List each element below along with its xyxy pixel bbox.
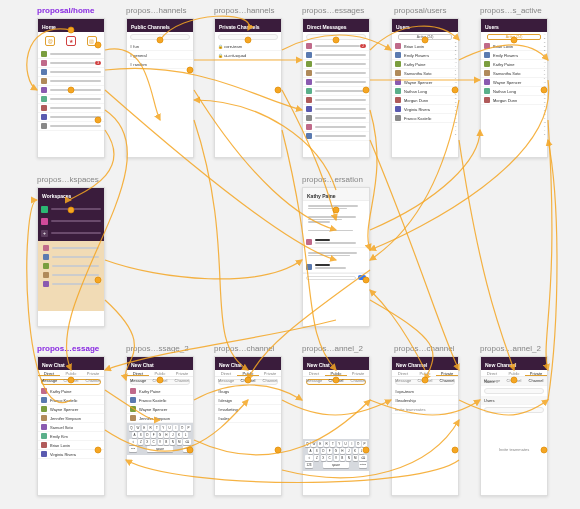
home-item[interactable] (38, 86, 104, 95)
tab-private[interactable]: Private Channel (171, 370, 193, 376)
artboard-conversation[interactable]: Kathy Paine (302, 187, 370, 327)
contact-row[interactable]: Jennifer Simpson (38, 414, 104, 423)
artboard-users-active[interactable]: Users Active (24) Brian Lovin Emily Flow… (480, 18, 548, 158)
alpha-index[interactable]: ABCDEFGHIJKLMNOPQRSTUVWXYZ (544, 33, 546, 137)
user-row[interactable]: Nathan Long (392, 87, 458, 96)
home-item[interactable] (38, 68, 104, 77)
label-newchan2b[interactable]: propos…annel_2 (480, 344, 541, 353)
channel-row[interactable]: #marketing (215, 405, 281, 414)
label-newmsg2[interactable]: propos…ssage_2 (126, 344, 189, 353)
label-privchan[interactable]: propos…hannels (214, 6, 274, 15)
channel-row[interactable]: #bugs (215, 387, 281, 396)
channel-row[interactable]: 🔒 ui-crit-squad (215, 51, 281, 60)
user-row[interactable]: Samantha Soto (481, 69, 547, 78)
overlay-item[interactable] (40, 279, 102, 288)
user-row[interactable]: Virginia Rivera (392, 105, 458, 114)
shortcut-starred-icon[interactable]: ★ (66, 36, 76, 46)
contact-row[interactable]: Samuel Soto (38, 423, 104, 432)
home-item[interactable] (38, 95, 104, 104)
artboard-new-message[interactable]: New Chat Direct Message Public Channel P… (37, 356, 105, 496)
artboard-new-message-2[interactable]: New Chat Direct MessagePublic ChannelPri… (126, 356, 194, 496)
overlay-item[interactable] (40, 270, 102, 279)
user-row[interactable]: Nathan Long (481, 87, 547, 96)
user-row[interactable]: Wayne Spencer (481, 78, 547, 87)
workspace-item[interactable] (41, 216, 101, 226)
contact-row[interactable]: Kathy Paine (38, 387, 104, 396)
message-with-avatar[interactable] (303, 236, 369, 248)
artboard-new-channel-public-2[interactable]: New Chat Direct MessagePublic ChannelPri… (302, 356, 370, 496)
contact-row[interactable]: Wayne Spencer (38, 405, 104, 414)
label-newmsg[interactable]: propos…essage (37, 344, 99, 353)
key-space[interactable]: space (147, 446, 173, 452)
tab-dm[interactable]: Direct Message (38, 370, 60, 376)
contact-row[interactable]: Jennifer Simpson (127, 414, 193, 423)
user-row[interactable]: Kathy Paine (481, 60, 547, 69)
user-row[interactable]: Wayne Spencer (392, 78, 458, 87)
user-row[interactable]: Samantha Soto (392, 69, 458, 78)
user-row[interactable]: Emily Flowers (481, 51, 547, 60)
shortcut-mentions-icon[interactable]: @ (45, 36, 55, 46)
tab-dm[interactable]: Direct Message (127, 370, 149, 376)
search-input[interactable] (218, 34, 278, 40)
dm-row[interactable] (303, 132, 369, 141)
channel-row[interactable]: 🔒 core-team (215, 42, 281, 51)
workspace-item[interactable] (41, 204, 101, 214)
channel-row[interactable]: # random (127, 60, 193, 69)
active-filter-button[interactable]: Active (24) (398, 34, 452, 40)
channel-row[interactable]: #leadership (392, 396, 458, 405)
user-row[interactable]: Franco Kastelic (392, 114, 458, 123)
tab-private[interactable]: Private Channel (82, 370, 104, 376)
tab-dm[interactable]: Direct Message (303, 370, 325, 376)
channel-row[interactable]: #sales (215, 414, 281, 423)
active-filter-button-on[interactable]: Active (24) (487, 34, 541, 40)
contact-row[interactable]: Wayne Spencer (127, 405, 193, 414)
key-123[interactable]: 123 (129, 446, 137, 452)
tab-private[interactable]: Private Channel (259, 370, 281, 376)
dm-row[interactable] (303, 114, 369, 123)
dm-row[interactable] (303, 96, 369, 105)
keyboard[interactable]: QWERTYUIOP ASDFGHJKL ⇧ZXCVBNM⌫ 123spacer… (127, 423, 193, 455)
name-input[interactable] (484, 388, 544, 394)
dm-row[interactable] (303, 69, 369, 78)
contact-row[interactable]: Franco Kastelic (38, 396, 104, 405)
label-dms[interactable]: propos…essages (302, 6, 364, 15)
user-row[interactable]: Emily Flowers (392, 51, 458, 60)
tab-dm[interactable]: Direct Message (392, 370, 414, 376)
home-item[interactable] (38, 122, 104, 131)
label-workspaces[interactable]: propos…kspaces (37, 175, 99, 184)
artboard-private-channels[interactable]: Private Channels 🔒 core-team 🔒 ui-crit-s… (214, 18, 282, 158)
channel-row[interactable]: #ops-team (392, 387, 458, 396)
shortcut-files-icon[interactable]: ▧ (87, 36, 97, 46)
channel-row[interactable]: #design (215, 396, 281, 405)
send-button[interactable] (358, 275, 366, 280)
label-users[interactable]: proposal/users (394, 6, 446, 15)
tab-private[interactable]: Private Channel (436, 370, 458, 376)
workspace-add[interactable]: + (41, 228, 101, 238)
alpha-index[interactable]: ABCDEFGHIJKLMNOPQRSTUVWXYZ (455, 33, 457, 137)
tab-public[interactable]: Public Channel (325, 370, 347, 376)
label-home[interactable]: proposal/home (37, 6, 94, 15)
field-row[interactable]: Invite teammates (392, 405, 458, 414)
tab-public[interactable]: Public Channel (149, 370, 171, 376)
dm-row[interactable] (303, 105, 369, 114)
label-users-act[interactable]: propos…s_active (480, 6, 542, 15)
search-input[interactable] (130, 34, 190, 40)
key-return[interactable]: return (183, 446, 191, 452)
label-conversation[interactable]: propos…ersation (302, 175, 363, 184)
tab-private[interactable]: Private Channel (525, 370, 547, 376)
channel-row[interactable]: # general (127, 51, 193, 60)
artboard-workspaces[interactable]: Workspaces + (37, 187, 105, 327)
tab-public[interactable]: Public Channel (414, 370, 436, 376)
user-row[interactable]: Brian Lovin (392, 42, 458, 51)
home-item[interactable] (38, 113, 104, 122)
home-item[interactable]: 3 (38, 59, 104, 68)
dm-row[interactable] (303, 60, 369, 69)
overlay-item[interactable] (40, 243, 102, 252)
artboard-new-channel-private[interactable]: New Channel Direct MessagePublic Channel… (391, 356, 459, 496)
tab-dm[interactable]: Direct Message (481, 370, 503, 376)
contact-row[interactable]: Virginia Rivera (38, 450, 104, 459)
artboard-new-channel-public[interactable]: New Chat Direct MessagePublic ChannelPri… (214, 356, 282, 496)
overlay-item[interactable] (40, 261, 102, 270)
tab-private[interactable]: Private Channel (347, 370, 369, 376)
search-input[interactable] (306, 34, 366, 40)
